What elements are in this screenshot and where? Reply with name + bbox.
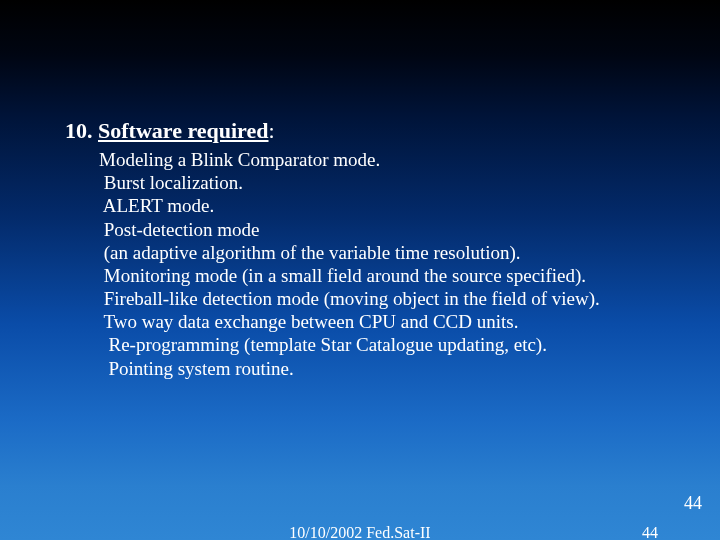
slide: 10. Software required: Modeling a Blink … bbox=[0, 0, 720, 540]
body-text: Modeling a Blink Comparator mode. Burst … bbox=[65, 148, 665, 380]
page-number-inner: 44 bbox=[642, 524, 658, 540]
body-line: (an adaptive algorithm of the variable t… bbox=[99, 241, 665, 264]
body-line: Post-detection mode bbox=[99, 218, 665, 241]
body-line: Fireball-like detection mode (moving obj… bbox=[99, 287, 665, 310]
body-line: Modeling a Blink Comparator mode. bbox=[99, 148, 665, 171]
body-line: ALERT mode. bbox=[99, 194, 665, 217]
body-line: Two way data exchange between CPU and CC… bbox=[99, 310, 665, 333]
page-number-outer: 44 bbox=[684, 493, 702, 514]
body-line: Burst localization. bbox=[99, 171, 665, 194]
content-block: 10. Software required: Modeling a Blink … bbox=[65, 118, 665, 380]
heading-colon: : bbox=[269, 118, 275, 143]
heading-title: Software required bbox=[98, 118, 269, 143]
section-heading: 10. Software required: bbox=[65, 118, 665, 144]
footer-date: 10/10/2002 Fed.Sat-II bbox=[0, 524, 720, 540]
heading-number: 10. bbox=[65, 118, 93, 143]
body-line: Monitoring mode (in a small field around… bbox=[99, 264, 665, 287]
body-line: Pointing system routine. bbox=[99, 357, 665, 380]
body-line: Re-programming (template Star Catalogue … bbox=[99, 333, 665, 356]
